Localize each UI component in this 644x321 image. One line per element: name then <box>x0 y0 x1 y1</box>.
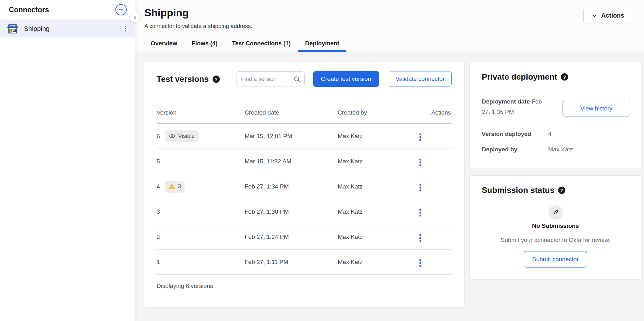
deployed-by-label: Deployed by <box>482 146 548 153</box>
deployment-date-row: Deployment date Feb 27, 1:35 PM <box>482 96 550 117</box>
no-submissions-message: Submit your connector to Okta for review… <box>482 237 629 244</box>
table-row: 4 3 Feb 27, 1:34 PM Max Katz <box>157 174 452 199</box>
help-icon[interactable] <box>561 73 568 81</box>
collapse-sidebar-button[interactable] <box>130 12 140 22</box>
help-icon[interactable] <box>213 76 220 83</box>
add-connector-button[interactable] <box>115 4 127 15</box>
created-date-cell: Feb 27, 1:11 PM <box>245 259 338 266</box>
tab-test-connections[interactable]: Test Connections (1) <box>225 36 298 52</box>
content-area: Test versions Create test version Valida… <box>135 52 644 321</box>
version-number: 6 <box>157 133 160 140</box>
versions-table: Version Created date Created by Actions … <box>157 102 452 275</box>
test-versions-toolbar: Test versions Create test version Valida… <box>144 62 464 87</box>
page-subtitle: A connector to validate a shipping addre… <box>144 23 644 30</box>
sidebar-title: Connectors <box>9 6 49 14</box>
submission-status-heading: Submission status <box>482 185 629 195</box>
version-number: 4 <box>157 183 160 190</box>
created-date-cell: Feb 27, 1:24 PM <box>245 234 338 240</box>
private-deployment-panel: Private deployment View history Deployme… <box>469 62 641 168</box>
column-created-date: Created date <box>245 109 338 116</box>
search-input[interactable] <box>236 71 305 87</box>
connectors-sidebar: Connectors POST Shipping <box>0 0 135 321</box>
tab-flows[interactable]: Flows (4) <box>185 36 225 52</box>
version-deployed-label: Version deployed <box>482 131 548 138</box>
row-actions-button[interactable] <box>418 183 423 193</box>
created-date-cell: Feb 27, 1:34 PM <box>245 183 338 190</box>
table-row: 1 Feb 27, 1:11 PM Max Katz <box>157 250 452 275</box>
deployed-by-row: Deployed by Max Katz <box>482 146 629 153</box>
version-number: 1 <box>157 259 160 266</box>
test-versions-heading-text: Test versions <box>157 74 209 84</box>
plus-icon <box>118 7 124 13</box>
table-row: 2 Feb 27, 1:24 PM Max Katz <box>157 224 452 250</box>
shipping-connector-icon: POST <box>6 22 19 35</box>
created-by-cell: Max Katz <box>338 133 418 140</box>
row-actions-button[interactable] <box>418 258 423 268</box>
table-row: 3 Feb 27, 1:30 PM Max Katz <box>157 199 452 224</box>
deployment-date-label: Deployment date <box>482 98 530 105</box>
created-by-cell: Max Katz <box>338 158 418 165</box>
test-versions-panel: Test versions Create test version Valida… <box>144 62 465 308</box>
version-deployed-row: Version deployed 4 <box>482 131 629 138</box>
version-search-box <box>236 71 305 87</box>
versions-count: Displaying 6 versions <box>144 275 464 290</box>
created-by-cell: Max Katz <box>338 234 418 240</box>
warning-badge: 3 <box>165 181 185 193</box>
create-test-version-button[interactable]: Create test version <box>313 71 379 87</box>
actions-button-label: Actions <box>601 12 624 19</box>
version-number: 5 <box>157 158 160 165</box>
tab-deployment[interactable]: Deployment <box>298 36 347 52</box>
created-by-cell: Max Katz <box>338 183 418 190</box>
row-actions-button[interactable] <box>418 208 423 218</box>
help-icon[interactable] <box>558 187 565 194</box>
created-date-cell: Feb 27, 1:30 PM <box>245 208 338 215</box>
chevron-left-icon <box>132 15 137 20</box>
row-actions-button[interactable] <box>418 157 423 167</box>
version-deployed-value: 4 <box>548 131 629 138</box>
view-history-button[interactable]: View history <box>563 101 630 116</box>
created-by-cell: Max Katz <box>338 259 418 266</box>
rocket-icon <box>548 205 563 220</box>
chevron-down-icon <box>591 13 597 19</box>
sidebar-item-shipping[interactable]: POST Shipping <box>0 20 135 37</box>
svg-text:POST: POST <box>10 25 15 27</box>
visible-badge: Visible <box>165 130 199 142</box>
private-deployment-heading: Private deployment <box>482 72 629 82</box>
table-row: 6 Visible Mar 15, 12:01 PM Max Katz <box>157 124 452 149</box>
sidebar-header: Connectors <box>0 0 135 20</box>
eye-icon <box>169 133 175 139</box>
table-header: Version Created date Created by Actions <box>157 102 452 124</box>
submit-connector-button[interactable]: Submit connector <box>524 251 587 268</box>
badge-label: Visible <box>178 133 195 139</box>
version-number: 2 <box>157 234 160 240</box>
test-versions-heading: Test versions <box>157 74 220 84</box>
column-created-by: Created by <box>338 109 418 116</box>
badge-label: 3 <box>178 183 181 190</box>
deployed-by-value: Max Katz <box>548 146 629 153</box>
warning-icon <box>168 183 175 190</box>
created-date-cell: Mar 15, 12:01 PM <box>245 133 338 140</box>
main-area: Shipping Actions A connector to validate… <box>135 0 644 321</box>
table-row: 5 Mar 15, 11:32 AM Max Katz <box>157 149 452 174</box>
created-date-cell: Mar 15, 11:32 AM <box>245 158 338 165</box>
page-header: Shipping Actions A connector to validate… <box>135 0 644 52</box>
page-title: Shipping <box>144 7 189 19</box>
connector-label: Shipping <box>24 25 119 32</box>
actions-button[interactable]: Actions <box>583 8 632 23</box>
no-submissions-title: No Submissions <box>482 222 629 229</box>
validate-connector-button[interactable]: Validate connector <box>389 71 452 87</box>
tab-overview[interactable]: Overview <box>143 36 185 52</box>
version-number: 3 <box>157 208 160 215</box>
row-actions-button[interactable] <box>418 233 423 243</box>
submission-status-heading-text: Submission status <box>482 185 554 195</box>
right-column: Private deployment View history Deployme… <box>469 62 641 280</box>
connector-menu-button[interactable] <box>124 25 127 33</box>
tab-bar: Overview Flows (4) Test Connections (1) … <box>135 36 644 52</box>
column-version: Version <box>157 109 245 116</box>
submission-status-panel: Submission status <box>469 175 641 280</box>
row-actions-button[interactable] <box>418 132 423 142</box>
private-deployment-heading-text: Private deployment <box>482 72 557 82</box>
column-actions: Actions <box>418 109 452 116</box>
created-by-cell: Max Katz <box>338 208 418 215</box>
